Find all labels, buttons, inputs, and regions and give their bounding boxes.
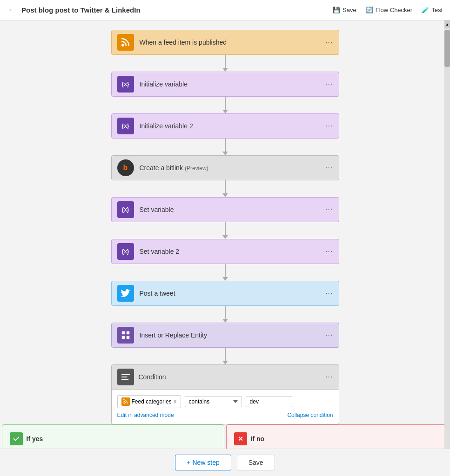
svg-rect-6	[121, 377, 128, 377]
step-title-setvar: Set variable	[140, 206, 326, 213]
step-menu-entity[interactable]: ···	[325, 331, 333, 339]
connector-8	[222, 348, 228, 364]
step-menu-var2[interactable]: ···	[325, 122, 333, 130]
bottom-save-button[interactable]: Save	[237, 455, 275, 470]
step-icon-var1: {x}	[117, 76, 134, 93]
edit-advanced-link[interactable]: Edit in advanced mode	[117, 412, 174, 418]
step-title: When a feed item is published	[140, 39, 326, 46]
header: ← Post blog post to Twitter & LinkedIn 💾…	[0, 0, 450, 20]
scrollbar-track[interactable]: ▲ ▼	[444, 20, 450, 462]
step-title-entity: Insert or Replace Entity	[140, 331, 326, 339]
step-title-var2: Initialize variable 2	[140, 122, 326, 130]
connector-4	[222, 180, 228, 197]
step-title-bitlink: Create a bitlink(Preview)	[140, 164, 326, 172]
svg-rect-1	[121, 331, 124, 334]
step-menu-trigger[interactable]: ···	[325, 38, 333, 46]
flow-canvas: When a feed item is published ··· {x} In…	[0, 20, 450, 476]
back-button[interactable]: ←	[7, 5, 16, 15]
step-icon-setvar: {x}	[117, 201, 134, 218]
bottom-bar: + New step Save	[0, 449, 450, 476]
connector-6	[222, 264, 228, 281]
condition-block: Condition ··· Feed categories × contai	[111, 364, 339, 424]
step-tweet[interactable]: Post a tweet ···	[111, 281, 339, 306]
svg-point-0	[121, 44, 124, 46]
step-entity[interactable]: Insert or Replace Entity ···	[111, 323, 339, 348]
step-title-setvar2: Set variable 2	[140, 248, 326, 255]
step-icon-rss	[117, 34, 134, 51]
step-init-var1[interactable]: {x} Initialize variable ···	[111, 72, 339, 97]
branch-no-header: ✕ If no	[234, 432, 441, 445]
branch-yes-header: If yes	[10, 432, 216, 445]
connector-3	[222, 139, 228, 155]
step-bitlink[interactable]: b Create a bitlink(Preview) ···	[111, 155, 339, 180]
branch-yes-badge	[10, 432, 23, 445]
condition-operator[interactable]: containsdoes not containequalsdoes not e…	[185, 396, 242, 407]
scroll-thumb[interactable]	[444, 30, 450, 67]
connector-1	[222, 55, 228, 72]
step-icon-entity	[117, 327, 134, 344]
step-icon-var2: {x}	[117, 118, 134, 134]
condition-tag[interactable]: Feed categories ×	[117, 395, 181, 408]
condition-title: Condition	[139, 373, 326, 381]
test-icon: 🧪	[422, 7, 429, 13]
condition-tag-remove[interactable]: ×	[174, 398, 177, 405]
header-actions: 💾 Save 🔄 Flow Checker 🧪 Test	[333, 7, 443, 13]
step-icon-bitly: b	[117, 159, 134, 176]
step-title-var1: Initialize variable	[140, 80, 326, 88]
condition-header[interactable]: Condition ···	[111, 364, 339, 390]
svg-rect-2	[126, 331, 129, 334]
step-menu-setvar2[interactable]: ···	[325, 247, 333, 256]
step-trigger[interactable]: When a feed item is published ···	[111, 30, 339, 55]
svg-rect-4	[126, 336, 129, 339]
connector-7	[222, 306, 228, 323]
step-icon-setvar2: {x}	[117, 243, 134, 260]
step-title-tweet: Post a tweet	[140, 290, 326, 297]
branch-no-badge: ✕	[234, 432, 247, 445]
save-button[interactable]: 💾 Save	[333, 7, 356, 13]
step-icon-twitter	[117, 285, 134, 302]
flow-checker-icon: 🔄	[366, 7, 373, 13]
step-init-var2[interactable]: {x} Initialize variable 2 ···	[111, 113, 339, 139]
connector-5	[222, 222, 228, 239]
step-set-var2[interactable]: {x} Set variable 2 ···	[111, 239, 339, 264]
test-button[interactable]: 🧪 Test	[422, 7, 443, 13]
svg-rect-7	[121, 379, 128, 380]
svg-rect-5	[121, 374, 130, 375]
save-icon: 💾	[333, 7, 340, 13]
step-menu-bitlink[interactable]: ···	[325, 164, 333, 172]
flow-checker-button[interactable]: 🔄 Flow Checker	[366, 7, 412, 13]
condition-menu[interactable]: ···	[325, 373, 333, 381]
svg-point-8	[123, 403, 125, 404]
scroll-up-button[interactable]: ▲	[444, 20, 450, 28]
condition-tag-icon	[121, 397, 130, 406]
step-menu-setvar[interactable]: ···	[325, 205, 333, 214]
condition-tag-label: Feed categories	[132, 398, 172, 405]
branch-yes-label: If yes	[27, 435, 43, 443]
condition-row: Feed categories × containsdoes not conta…	[117, 395, 333, 408]
connector-2	[222, 97, 228, 113]
svg-rect-3	[121, 336, 124, 339]
new-step-button[interactable]: + New step	[175, 455, 231, 470]
step-set-var[interactable]: {x} Set variable ···	[111, 197, 339, 222]
branch-no-label: If no	[251, 435, 265, 443]
step-menu-var1[interactable]: ···	[325, 80, 333, 88]
condition-icon	[117, 369, 134, 385]
condition-links: Edit in advanced mode Collapse condition	[117, 412, 333, 418]
collapse-condition-link[interactable]: Collapse condition	[287, 412, 333, 418]
condition-body: Feed categories × containsdoes not conta…	[111, 390, 339, 424]
condition-value[interactable]	[246, 396, 292, 407]
page-title: Post blog post to Twitter & LinkedIn	[21, 6, 333, 14]
step-menu-tweet[interactable]: ···	[325, 289, 333, 298]
